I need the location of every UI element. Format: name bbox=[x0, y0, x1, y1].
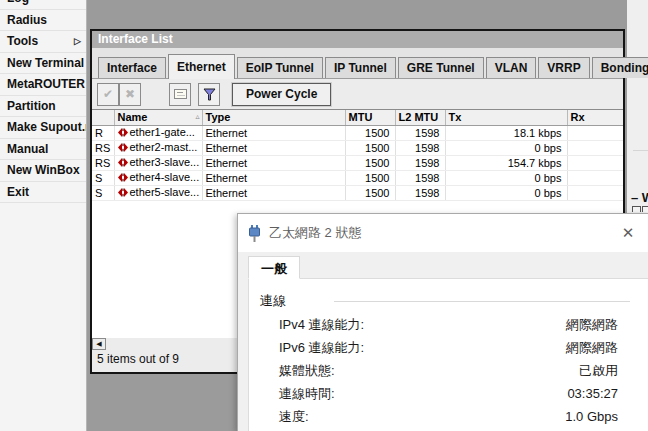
ipv6-connectivity-value: 網際網路 bbox=[566, 339, 618, 357]
scroll-left-icon: ◀ bbox=[96, 340, 101, 348]
sort-ascending-icon: ▵ bbox=[195, 112, 199, 121]
col-flags[interactable] bbox=[92, 110, 114, 125]
background-divider bbox=[633, 150, 648, 151]
menu-item-new-winbox[interactable]: New WinBox bbox=[0, 160, 86, 182]
menu-item-tools[interactable]: Tools▷ bbox=[0, 31, 86, 53]
filter-button[interactable] bbox=[198, 83, 220, 106]
tab-ethernet[interactable]: Ethernet bbox=[168, 54, 235, 79]
table-row[interactable]: S ether5-slave... Ethernet 1500 1598 0 b… bbox=[92, 185, 623, 200]
ethernet-interface-icon bbox=[118, 172, 128, 184]
menu-item-new-terminal[interactable]: New Terminal bbox=[0, 53, 86, 75]
table-row[interactable]: R ether1-gate... Ethernet 1500 1598 18.1… bbox=[92, 125, 623, 140]
dialog-tabstrip: 一般 bbox=[248, 256, 648, 279]
tab-vrrp[interactable]: VRRP bbox=[538, 57, 589, 78]
enable-icon: ✔ bbox=[103, 87, 113, 101]
menu-item-partition[interactable]: Partition bbox=[0, 96, 86, 118]
ethernet-interface-icon bbox=[118, 142, 128, 154]
table-header-row: Name▵ Type MTU L2 MTU Tx Rx bbox=[92, 110, 623, 125]
winbox-workspace: – W Log Radius Tools▷ New Terminal MetaR… bbox=[0, 0, 648, 431]
connection-detail-rows: IPv4 連線能力: 網際網路 IPv6 連線能力: 網際網路 媒體狀態: 已啟… bbox=[279, 314, 618, 428]
menu-list: Log Radius Tools▷ New Terminal MetaROUTE… bbox=[0, 0, 86, 203]
submenu-arrow-icon: ▷ bbox=[74, 31, 81, 53]
menu-item-log[interactable]: Log bbox=[0, 0, 86, 10]
interface-list-tabs: Interface Ethernet EoIP Tunnel IP Tunnel… bbox=[92, 48, 623, 79]
interface-toolbar: ✔ ✖ Power Cycle bbox=[97, 82, 331, 106]
media-state-row: 媒體狀態: 已啟用 bbox=[279, 360, 618, 383]
ipv6-connectivity-row: IPv6 連線能力: 網際網路 bbox=[279, 337, 618, 360]
background-text-fragment: – W bbox=[631, 190, 648, 205]
menu-item-metarouter[interactable]: MetaROUTER bbox=[0, 74, 86, 96]
disable-icon: ✖ bbox=[125, 87, 135, 101]
menu-item-radius[interactable]: Radius bbox=[0, 10, 86, 32]
speed-row: 速度: 1.0 Gbps bbox=[279, 405, 618, 428]
comment-button[interactable] bbox=[169, 83, 191, 106]
table-row[interactable]: RS ether2-mast... Ethernet 1500 1598 0 b… bbox=[92, 140, 623, 155]
menu-item-manual[interactable]: Manual bbox=[0, 139, 86, 161]
media-state-value: 已啟用 bbox=[579, 362, 618, 380]
enable-button[interactable]: ✔ bbox=[97, 83, 119, 106]
duration-row: 連線時間: 03:35:27 bbox=[279, 382, 618, 405]
table-row[interactable]: S ether4-slave... Ethernet 1500 1598 0 b… bbox=[92, 170, 623, 185]
background-window-outline bbox=[642, 206, 648, 212]
tab-vlan[interactable]: VLAN bbox=[486, 57, 537, 78]
close-icon[interactable]: ✕ bbox=[618, 223, 638, 243]
winbox-menu-sidebar: Log Radius Tools▷ New Terminal MetaROUTE… bbox=[0, 0, 87, 431]
menu-item-make-supout[interactable]: Make Supout.rif bbox=[0, 117, 86, 139]
dialog-title: 乙太網路 2 狀態 bbox=[269, 224, 361, 242]
menu-item-exit[interactable]: Exit bbox=[0, 182, 86, 204]
dialog-titlebar[interactable]: 乙太網路 2 狀態 bbox=[238, 214, 648, 252]
ipv4-connectivity-value: 網際網路 bbox=[566, 316, 618, 334]
scroll-left-button[interactable]: ◀ bbox=[92, 338, 106, 350]
table-row[interactable]: RS ether3-slave... Ethernet 1500 1598 15… bbox=[92, 155, 623, 170]
ethernet-interface-icon bbox=[118, 187, 128, 199]
tab-ip-tunnel[interactable]: IP Tunnel bbox=[325, 57, 396, 78]
col-name[interactable]: Name▵ bbox=[114, 110, 202, 125]
speed-value: 1.0 Gbps bbox=[565, 409, 618, 424]
power-cycle-button[interactable]: Power Cycle bbox=[232, 83, 331, 106]
group-divider bbox=[334, 301, 630, 302]
tab-bonding[interactable]: Bonding bbox=[592, 57, 648, 78]
tab-eoip-tunnel[interactable]: EoIP Tunnel bbox=[237, 57, 323, 78]
window-titlebar[interactable]: Interface List bbox=[92, 31, 623, 48]
disable-button[interactable]: ✖ bbox=[119, 83, 141, 106]
comment-icon bbox=[174, 89, 187, 99]
tab-gre-tunnel[interactable]: GRE Tunnel bbox=[398, 57, 484, 78]
connection-group-label: 連線 bbox=[260, 292, 286, 310]
ipv4-connectivity-row: IPv4 連線能力: 網際網路 bbox=[279, 314, 618, 337]
tab-general[interactable]: 一般 bbox=[248, 256, 300, 279]
background-window-outline bbox=[632, 206, 641, 212]
col-rx[interactable]: Rx bbox=[567, 110, 623, 125]
dialog-tab-page: 連線 IPv4 連線能力: 網際網路 IPv6 連線能力: 網際網路 媒體狀態:… bbox=[248, 278, 648, 431]
ethernet-interface-icon bbox=[118, 127, 128, 139]
col-tx[interactable]: Tx bbox=[445, 110, 567, 125]
col-type[interactable]: Type bbox=[202, 110, 345, 125]
duration-value: 03:35:27 bbox=[567, 386, 618, 401]
ethernet-plug-icon bbox=[248, 225, 261, 242]
col-mtu[interactable]: MTU bbox=[345, 110, 395, 125]
ethernet-status-dialog: 乙太網路 2 狀態 ✕ 一般 連線 IPv4 連線能力: 網際網路 IPv6 連… bbox=[237, 213, 648, 431]
ethernet-interface-icon bbox=[118, 157, 128, 169]
col-l2mtu[interactable]: L2 MTU bbox=[395, 110, 445, 125]
funnel-filter-icon bbox=[203, 88, 216, 101]
tab-interface[interactable]: Interface bbox=[98, 57, 166, 78]
